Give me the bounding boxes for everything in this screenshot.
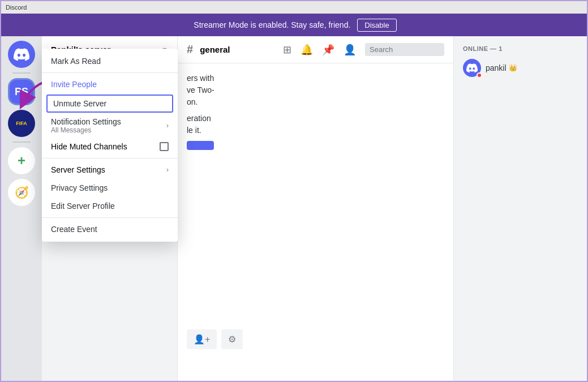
search-box[interactable]: Search [365, 43, 444, 56]
server-divider [12, 72, 31, 74]
server-icon-ps[interactable]: PS [8, 78, 35, 105]
streamer-message: Streamer Mode is enabled. Stay safe, fri… [194, 20, 350, 29]
chat-text-1: ers withve Two-on. [187, 72, 413, 108]
context-menu: Mark As Read Invite People Unmute Server… [42, 49, 178, 242]
notification-label: Notification Settings [51, 117, 121, 126]
mark-read-label: Mark As Read [51, 57, 101, 66]
menu-divider-3 [42, 217, 178, 218]
channel-header: # general ⊞ 🔔 📌 👤 Search [178, 36, 453, 63]
member-status-indicator [477, 72, 482, 78]
chevron-right-icon: › [166, 122, 169, 130]
server-divider-2 [12, 141, 31, 143]
channel-name-header: general [200, 45, 230, 54]
hide-muted-checkbox[interactable] [160, 142, 169, 151]
streamer-banner: Streamer Mode is enabled. Stay safe, fri… [1, 14, 588, 36]
members-sidebar: ONLINE — 1 pankil 👑 [453, 36, 588, 382]
menu-item-mark-read[interactable]: Mark As Read [42, 52, 178, 70]
chevron-right-icon-2: › [166, 166, 169, 174]
menu-item-notification[interactable]: Notification Settings All Messages › [42, 114, 178, 138]
members-section-header: ONLINE — 1 [458, 45, 585, 52]
server-icon-discord[interactable] [8, 41, 35, 68]
menu-item-server-settings[interactable]: Server Settings › [42, 161, 178, 179]
action-buttons: 👤+ ⚙ [187, 329, 243, 349]
disable-button[interactable]: Disable [357, 19, 396, 32]
member-item-pankil[interactable]: pankil 👑 [458, 57, 585, 79]
menu-item-hide-muted[interactable]: Hide Muted Channels [42, 138, 178, 156]
server-icon-fifa[interactable]: FIFA [8, 110, 35, 137]
server-sidebar: PS FIFA + 🧭 [1, 36, 42, 382]
invite-label: Invite People [51, 80, 97, 89]
menu-divider-2 [42, 158, 178, 158]
menu-item-edit-profile[interactable]: Edit Server Profile [42, 197, 178, 215]
privacy-label: Privacy Settings [51, 183, 108, 192]
member-name-label: pankil [486, 63, 507, 72]
server-settings-label: Server Settings [51, 165, 105, 174]
add-icon: + [18, 154, 25, 168]
search-placeholder: Search [370, 45, 393, 54]
add-member-icon-btn[interactable]: 👤+ [187, 329, 217, 349]
server-icon-add[interactable]: + [8, 147, 35, 174]
chat-text-2: erationle it. [187, 113, 413, 136]
pin-icon[interactable]: 📌 [322, 44, 334, 56]
menu-item-invite[interactable]: Invite People [42, 75, 178, 93]
notification-sublabel: All Messages [51, 126, 121, 134]
server-icon-explore[interactable]: 🧭 [8, 179, 35, 206]
member-avatar-pankil [463, 59, 481, 77]
menu-item-create-event[interactable]: Create Event [42, 220, 178, 238]
app-title: Discord [6, 4, 27, 11]
menu-item-privacy[interactable]: Privacy Settings [42, 179, 178, 197]
edit-profile-label: Edit Server Profile [51, 201, 115, 211]
header-icons: ⊞ 🔔 📌 👤 Search [283, 43, 444, 56]
body-row: PS FIFA + 🧭 Pankil's server ▼ [1, 36, 588, 382]
members-icon[interactable]: 👤 [344, 44, 356, 56]
app-container: Streamer Mode is enabled. Stay safe, fri… [1, 14, 588, 382]
fifa-label: FIFA [16, 121, 27, 126]
menu-item-unmute[interactable]: Unmute Server [46, 95, 173, 113]
create-event-label: Create Event [51, 225, 97, 234]
hide-muted-label: Hide Muted Channels [51, 142, 127, 151]
title-bar: Discord [1, 1, 587, 14]
threads-icon[interactable]: ⊞ [283, 44, 291, 56]
settings-icon-btn[interactable]: ⚙ [221, 329, 243, 349]
chat-area: ers withve Two-on. erationle it. 👤+ ⚙ [178, 63, 453, 382]
crown-icon: 👑 [509, 64, 517, 72]
compass-icon: 🧭 [15, 186, 29, 199]
channel-hash-icon: # [187, 43, 193, 56]
main-content: # general ⊞ 🔔 📌 👤 Search ers withve Two-… [178, 36, 453, 382]
unmute-label: Unmute Server [53, 99, 106, 108]
chat-action-button[interactable] [187, 141, 214, 150]
menu-divider-1 [42, 72, 178, 73]
bell-icon[interactable]: 🔔 [301, 44, 313, 56]
ps-label: PS [15, 86, 28, 98]
member-name-pankil: pankil 👑 [486, 63, 517, 72]
